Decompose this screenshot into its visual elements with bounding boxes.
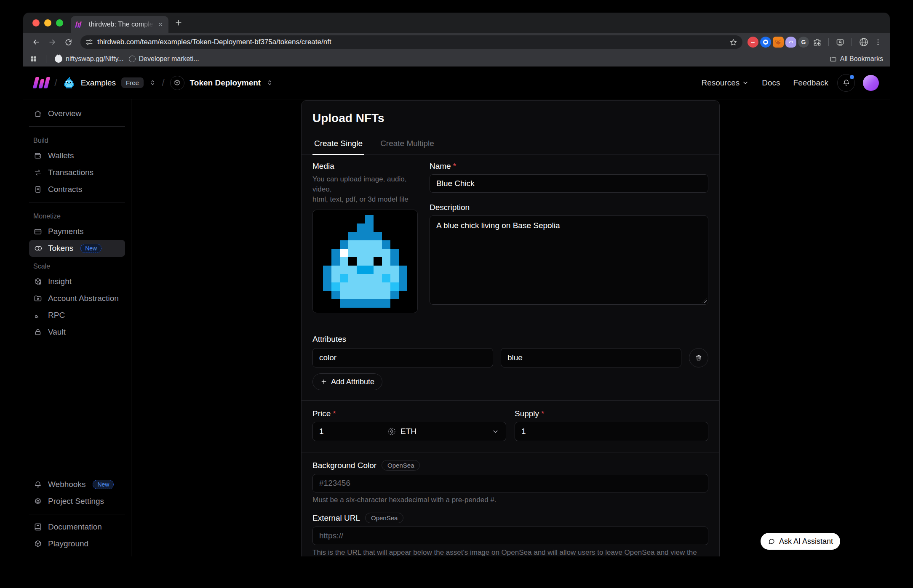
back-icon[interactable] <box>29 35 43 49</box>
sidebar-item-rpc[interactable]: RPC <box>29 307 125 324</box>
sidebar-section-scale: Scale <box>33 263 121 270</box>
sidebar-item-tokens[interactable]: Tokens New <box>29 240 125 257</box>
sidebar-item-transactions[interactable]: Transactions <box>29 164 125 181</box>
tab-search-icon[interactable] <box>834 36 846 48</box>
new-badge: New <box>80 244 101 253</box>
gear-icon <box>33 497 43 506</box>
extension-icon-phantom[interactable] <box>785 37 796 48</box>
toolbar-separator <box>828 38 829 46</box>
section-opensea-meta: Background Color OpenSea Must be a six-c… <box>302 452 719 556</box>
background-color-helper: Must be a six-character hexadecimal with… <box>312 496 708 504</box>
profile-icon[interactable] <box>857 35 870 49</box>
close-window-button[interactable] <box>32 19 40 27</box>
sidebar-item-playground[interactable]: Playground <box>29 535 125 552</box>
all-bookmarks[interactable]: All Bookmarks <box>830 55 883 63</box>
thirdweb-logo[interactable] <box>34 77 49 88</box>
sidebar-item-account-abstraction[interactable]: Account Abstraction <box>29 290 125 307</box>
media-helper: You can upload image, audio, video, html… <box>312 174 418 205</box>
sidebar-divider <box>29 514 125 514</box>
attribute-key-input[interactable] <box>312 348 493 367</box>
sidebar-item-overview[interactable]: Overview <box>29 105 125 122</box>
tab-create-multiple[interactable]: Create Multiple <box>379 133 436 154</box>
webhook-bell-icon <box>33 480 43 489</box>
section-price-supply: Price* 1 ETH <box>302 401 719 452</box>
sidebar-divider <box>29 126 125 127</box>
extension-icon-g[interactable]: G <box>798 37 809 48</box>
opensea-badge: OpenSea <box>382 460 420 471</box>
team-avatar-pixel-art <box>63 77 75 88</box>
feedback-link[interactable]: Feedback <box>793 78 828 88</box>
bookmark-developer[interactable]: Developer marketi... <box>129 55 199 63</box>
sidebar-item-webhooks[interactable]: Webhooks New <box>29 476 125 493</box>
extension-icon-blue[interactable] <box>760 37 771 48</box>
page-title: Upload NFTs <box>312 112 708 125</box>
project-switcher-icon[interactable] <box>266 79 273 86</box>
description-textarea[interactable]: A blue chick living on Base Sepolia <box>430 216 708 305</box>
reload-icon[interactable] <box>61 35 75 49</box>
plus-icon <box>320 378 327 385</box>
site-settings-icon[interactable] <box>85 38 93 46</box>
bookmark-favicon <box>129 56 136 62</box>
bookmark-niftyswap[interactable]: niftyswap.gg/Nifty... <box>55 55 124 63</box>
media-upload-preview[interactable] <box>312 210 418 313</box>
forward-icon[interactable] <box>45 35 59 49</box>
book-icon <box>33 523 43 531</box>
desktop: thirdweb: The complete web3 <box>0 0 913 588</box>
user-avatar[interactable] <box>863 75 879 91</box>
dashboard-header: / Examples Free / Token Deployment <box>23 67 890 99</box>
bookmark-label: Developer marketi... <box>139 55 199 63</box>
new-tab-button[interactable] <box>174 19 183 27</box>
external-url-input[interactable] <box>312 527 708 545</box>
ask-ai-assistant-button[interactable]: Ask AI Assistant <box>761 533 840 550</box>
macos-traffic-lights <box>23 19 63 27</box>
extension-icon-red[interactable] <box>747 37 758 48</box>
resources-menu[interactable]: Resources <box>701 78 749 88</box>
extension-icon-metamask[interactable] <box>773 37 784 48</box>
signal-icon <box>33 311 43 319</box>
sidebar-item-label: Playground <box>48 539 88 548</box>
ask-ai-assistant-label: Ask AI Assistant <box>779 537 833 546</box>
sidebar-item-label: Transactions <box>48 168 93 177</box>
team-switcher-icon[interactable] <box>149 79 156 86</box>
minimize-window-button[interactable] <box>44 19 51 27</box>
zoom-window-button[interactable] <box>56 19 63 27</box>
apps-grid-icon[interactable] <box>30 55 37 63</box>
sidebar-item-wallets[interactable]: Wallets <box>29 147 125 164</box>
notifications-button[interactable] <box>837 74 855 92</box>
credit-card-icon <box>33 227 43 236</box>
breadcrumb-project[interactable]: Token Deployment <box>190 78 261 88</box>
attribute-value-input[interactable] <box>501 348 681 367</box>
sidebar-item-payments[interactable]: Payments <box>29 223 125 240</box>
breadcrumb-team[interactable]: Examples <box>81 78 116 88</box>
extensions-puzzle-icon[interactable] <box>811 36 823 48</box>
bookmark-star-icon[interactable] <box>729 38 740 46</box>
currency-select[interactable]: ETH <box>380 422 506 441</box>
sidebar-item-vault[interactable]: Vault <box>29 324 125 341</box>
url-text[interactable]: thirdweb.com/team/examples/Token-Deploym… <box>97 38 725 46</box>
sidebar-item-project-settings[interactable]: Project Settings <box>29 493 125 510</box>
sidebar-item-documentation[interactable]: Documentation <box>29 519 125 535</box>
supply-label: Supply* <box>515 409 708 418</box>
address-bar[interactable]: thirdweb.com/team/examples/Token-Deploym… <box>80 35 742 49</box>
sidebar-item-label: Overview <box>48 109 81 118</box>
sidebar-item-label: Account Abstraction <box>48 294 119 303</box>
tab-create-single[interactable]: Create Single <box>312 133 364 154</box>
sidebar-item-label: Project Settings <box>48 497 104 506</box>
docs-link[interactable]: Docs <box>762 78 780 88</box>
add-attribute-button[interactable]: Add Attribute <box>312 373 382 390</box>
name-input[interactable] <box>430 174 708 193</box>
tab-close-icon[interactable] <box>158 21 163 27</box>
browser-menu-icon[interactable] <box>872 36 884 48</box>
upload-nfts-card: Upload NFTs Create Single Create Multipl… <box>301 100 720 556</box>
background-color-input[interactable] <box>312 474 708 492</box>
nft-pixel-art <box>315 215 416 308</box>
sidebar-item-label: Contracts <box>48 185 82 194</box>
required-asterisk: * <box>541 409 544 418</box>
delete-attribute-button[interactable] <box>689 348 708 367</box>
sidebar-item-insight[interactable]: Insight <box>29 273 125 290</box>
browser-tab[interactable]: thirdweb: The complete web3 <box>71 16 168 33</box>
price-input[interactable]: 1 <box>313 422 380 441</box>
sidebar-item-contracts[interactable]: Contracts <box>29 181 125 198</box>
description-resize-handle[interactable]: A blue chick living on Base Sepolia <box>430 216 708 305</box>
supply-input[interactable] <box>515 422 708 441</box>
